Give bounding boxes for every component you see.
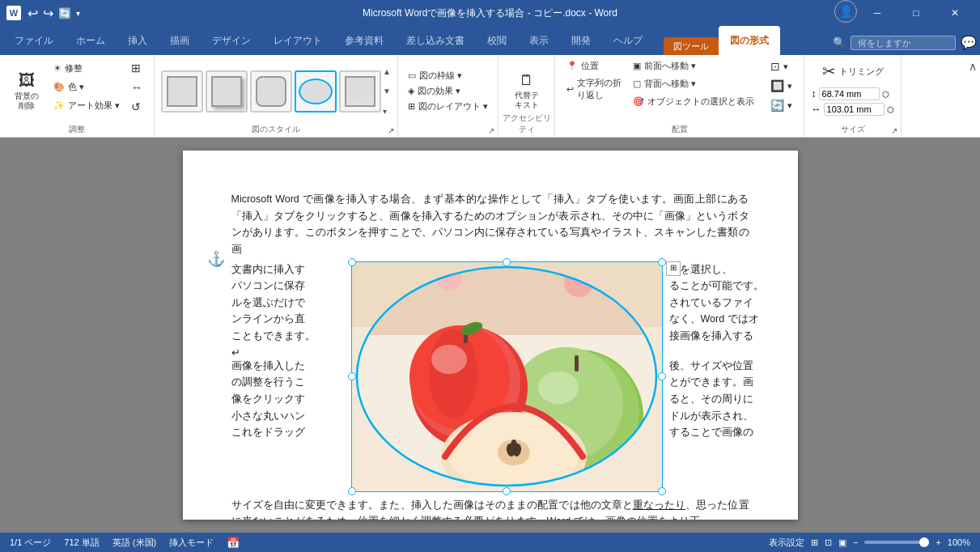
art-effect-icon: ✨ — [53, 100, 65, 111]
expand-arrow[interactable]: ▾ — [383, 107, 391, 116]
svg-point-19 — [431, 345, 467, 374]
handle-bottom-right[interactable] — [658, 487, 666, 495]
zoom-slider[interactable] — [864, 541, 929, 544]
style-reflect[interactable] — [339, 70, 381, 113]
art-effect-label: アート効果 ▾ — [68, 100, 120, 112]
style-options-expander-icon[interactable]: ↗ — [488, 126, 494, 135]
rotate-button[interactable]: 🔄▾ — [766, 97, 797, 113]
handle-top-right[interactable] — [658, 258, 666, 266]
handle-middle-right[interactable] — [658, 372, 666, 380]
width-spinner[interactable]: ⬡ — [887, 105, 894, 114]
figure-border-button[interactable]: ▭ 図の枠線 ▾ — [405, 69, 491, 83]
alt-text-button[interactable]: 🗒 代替テキスト — [507, 69, 547, 113]
select-objects-button[interactable]: 🎯 オブジェクトの選択と表示 — [628, 94, 759, 109]
alt-text-label: 代替テキスト — [515, 91, 539, 110]
tab-home[interactable]: ホーム — [65, 26, 117, 55]
tab-mailings[interactable]: 差し込み文書 — [395, 26, 476, 55]
tab-figure-format[interactable]: 図の形式 — [719, 26, 780, 55]
reset-image-button[interactable]: ↺ — [126, 99, 147, 115]
figure-styles-expander[interactable]: ↗ — [388, 126, 394, 135]
height-input[interactable] — [819, 87, 880, 100]
tab-draw[interactable]: 描画 — [159, 26, 201, 55]
tab-insert[interactable]: 挿入 — [117, 26, 159, 55]
selected-image-frame[interactable] — [351, 261, 663, 492]
close-button[interactable]: ✕ — [936, 0, 974, 26]
select-icon: 🎯 — [633, 96, 644, 107]
position-button[interactable]: 📍 位置 — [562, 58, 626, 74]
view-icon-2[interactable]: ⊡ — [825, 537, 832, 548]
figure-layout-button[interactable]: ⊞ 図のレイアウト ▾ — [405, 100, 491, 113]
front-button[interactable]: ▣ 前面へ移動 ▾ — [628, 58, 759, 74]
select-label: オブジェクトの選択と表示 — [647, 96, 754, 108]
view-mode: 表示設定 — [769, 537, 804, 549]
restore-button[interactable]: □ — [897, 0, 935, 26]
style-rect[interactable] — [161, 70, 203, 113]
svg-point-27 — [511, 439, 517, 451]
user-account-button[interactable]: 👤 — [834, 0, 857, 23]
image-container: ⊞ — [351, 261, 663, 492]
tab-layout[interactable]: レイアウト — [262, 26, 333, 55]
ribbon-tab-bar: ファイル ホーム 挿入 描画 デザイン レイアウト 参考資料 差し込み文書 校閲… — [0, 26, 980, 55]
tab-help[interactable]: ヘルプ — [602, 26, 654, 55]
tab-references[interactable]: 参考資料 — [333, 26, 395, 55]
size-inputs: ↕ ⬡ ↔ ⬡ — [812, 87, 894, 116]
remove-background-button[interactable]: 🖼 背景の削除 — [6, 68, 47, 114]
handle-top-middle[interactable] — [503, 258, 511, 266]
handle-bottom-left[interactable] — [348, 487, 356, 495]
view-icon-3[interactable]: ▣ — [838, 537, 846, 548]
tab-view[interactable]: 表示 — [518, 26, 560, 55]
scroll-down-arrow[interactable]: ▼ — [383, 87, 391, 96]
handle-top-left[interactable] — [348, 258, 356, 266]
style-round[interactable] — [250, 70, 292, 113]
comments-icon[interactable]: 💬 — [961, 35, 977, 50]
autosave-button[interactable]: 🔄 — [57, 6, 73, 21]
width-input[interactable] — [824, 103, 885, 116]
tab-file[interactable]: ファイル — [3, 26, 65, 55]
view-icon-1[interactable]: ⊞ — [811, 537, 818, 548]
collapse-ribbon-button[interactable]: ∧ — [969, 60, 977, 73]
group-button[interactable]: 🔲▾ — [766, 78, 797, 94]
left-text-1: 文書内に挿入す — [231, 261, 345, 278]
anchor-icon: ⚓ — [207, 248, 225, 272]
size-label: サイズ — [804, 124, 901, 135]
change-image-button[interactable]: ↔ — [126, 79, 147, 96]
layout-options-button[interactable]: ⊞ — [666, 261, 681, 276]
app-window: W ↩ ↪ 🔄 ▾ Microsoft Wordで画像を挿入する場合 - コピー… — [0, 0, 980, 552]
ribbon-group-style-options: ▭ 図の枠線 ▾ ◈ 図の効果 ▾ ⊞ 図のレイアウト ▾ ↗ — [398, 55, 498, 137]
text-wrap-button[interactable]: ↩ 文字列の折り返し — [562, 75, 626, 103]
art-effect-button[interactable]: ✨ アート効果 ▾ — [49, 98, 125, 113]
correction-button[interactable]: ☀ 修整 — [49, 61, 125, 76]
align-button[interactable]: ⊡▾ — [766, 58, 797, 74]
handle-middle-left[interactable] — [348, 372, 356, 380]
redo-button[interactable]: ↪ — [41, 4, 55, 23]
left-text-3: ルを選ぶだけで — [231, 295, 345, 312]
compress-button[interactable]: ⊞ — [126, 60, 147, 76]
minimize-button[interactable]: ─ — [859, 0, 896, 26]
style-shadow[interactable] — [206, 70, 248, 113]
back-icon: ▢ — [633, 79, 641, 89]
style-oval[interactable] — [295, 70, 337, 113]
height-spinner[interactable]: ⬡ — [882, 90, 889, 99]
figure-effect-button[interactable]: ◈ 図の効果 ▾ — [405, 84, 491, 98]
tab-review[interactable]: 校閲 — [476, 26, 518, 55]
tab-dev[interactable]: 開発 — [560, 26, 602, 55]
ribbon-search-input[interactable] — [851, 36, 956, 50]
color-label: 色 ▾ — [68, 81, 84, 93]
trim-button[interactable]: ✂ トリミング — [812, 58, 894, 84]
undo-redo-group: ↩ ↪ 🔄 ▾ — [26, 4, 82, 23]
correction-icon: ☀ — [53, 63, 62, 74]
right-spacer — [669, 345, 774, 358]
back-button[interactable]: ▢ 背面へ移動 ▾ — [628, 76, 759, 91]
status-bar-right: 表示設定 ⊞ ⊡ ▣ − + 100% — [769, 537, 970, 549]
scroll-up-arrow[interactable]: ▲ — [383, 67, 391, 76]
text-wrap-icon: ↩ — [566, 84, 574, 95]
color-button[interactable]: 🎨 色 ▾ — [49, 79, 125, 95]
zoom-plus[interactable]: + — [935, 537, 940, 547]
undo-button[interactable]: ↩ — [26, 4, 40, 23]
zoom-minus[interactable]: − — [853, 537, 858, 547]
dropdown-arrow[interactable]: ▾ — [74, 7, 82, 19]
size-expander[interactable]: ↗ — [891, 126, 897, 135]
handle-bottom-middle[interactable] — [503, 487, 511, 495]
border-icon: ▭ — [408, 70, 416, 81]
tab-design[interactable]: デザイン — [201, 26, 262, 55]
